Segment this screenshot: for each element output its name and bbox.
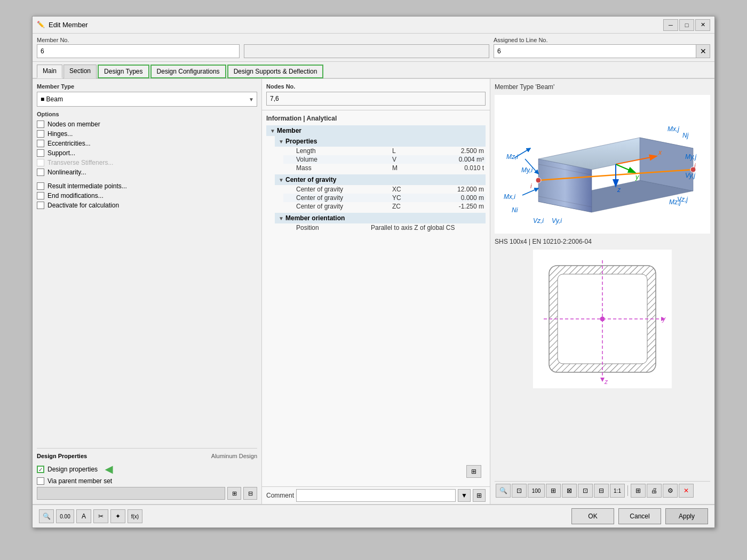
design-prop-button-1[interactable]: ⊞ xyxy=(227,487,241,500)
tree-row-yc: Center of gravity YC 0.000 m xyxy=(283,194,486,202)
nodes-input[interactable] xyxy=(266,92,486,106)
member-type-dropdown[interactable]: ■ Beam xyxy=(37,92,257,107)
svg-text:Nj: Nj xyxy=(682,132,689,139)
checkbox-hinges[interactable] xyxy=(37,130,44,138)
cancel-button[interactable]: Cancel xyxy=(618,508,661,524)
tab-design-configurations[interactable]: Design Configurations xyxy=(150,65,226,78)
tree-toggle-properties[interactable]: ▼ xyxy=(277,137,285,146)
assigned-input-group: ✕ xyxy=(494,44,710,58)
comment-action-button[interactable]: ⊞ xyxy=(473,489,486,502)
tools-text-button[interactable]: A xyxy=(76,509,91,523)
tools-cut-button[interactable]: ✂ xyxy=(93,509,108,523)
toolbar-view2-button[interactable]: ⊠ xyxy=(562,484,577,498)
svg-text:Vz,i: Vz,i xyxy=(533,217,544,225)
tree-volume-value: 0.004 m³ xyxy=(424,156,488,163)
svg-text:My,j: My,j xyxy=(685,153,696,161)
toolbar-zoom-button[interactable]: 🔍 xyxy=(496,484,511,498)
toolbar-sep xyxy=(627,485,628,496)
tabs-bar: Main Section Design Types Design Configu… xyxy=(33,62,714,79)
design-prop-value-input[interactable] xyxy=(37,487,225,500)
header-section: Member No. Assigned to Line No. ✕ xyxy=(33,34,714,62)
assigned-label: Assigned to Line No. xyxy=(494,37,710,43)
checkbox-support[interactable] xyxy=(37,149,44,157)
option-support[interactable]: Support... xyxy=(37,148,257,158)
toolbar-view1-button[interactable]: ⊞ xyxy=(546,484,561,498)
tree-zc-symbol: ZC xyxy=(392,203,424,210)
member-type-section: Member Type ■ Beam ▼ xyxy=(37,83,257,107)
option-end-modifications[interactable]: End modifications... xyxy=(37,191,257,201)
left-panel: Member Type ■ Beam ▼ Options Nodes on me… xyxy=(33,79,262,504)
assigned-input[interactable] xyxy=(494,44,696,58)
title-bar: ✏️ Edit Member ─ □ ✕ xyxy=(33,17,714,34)
tree-row-volume: Volume V 0.004 m³ xyxy=(283,155,486,164)
assigned-pick-button[interactable]: ✕ xyxy=(696,44,710,58)
middle-panel: Nodes No. Information | Analytical ▼ Mem… xyxy=(262,79,490,504)
tools-formula-button[interactable]: f(x) xyxy=(128,509,142,523)
design-properties-label: Design properties xyxy=(47,466,98,473)
minimize-button[interactable]: ─ xyxy=(663,19,678,31)
svg-text:Mz,j: Mz,j xyxy=(669,198,681,206)
close-button[interactable]: ✕ xyxy=(695,19,710,31)
toolbar-100-button[interactable]: 100 xyxy=(528,484,545,498)
tools-search-button[interactable]: 🔍 xyxy=(39,509,54,523)
comment-expand-button[interactable]: ▼ xyxy=(458,489,471,502)
main-window: ✏️ Edit Member ─ □ ✕ Member No. Assigned… xyxy=(32,16,715,528)
toolbar-highlight-button[interactable]: ✕ xyxy=(679,484,694,498)
tree-properties-children: Length L 2.500 m Volume V 0.004 m³ xyxy=(275,147,486,172)
option-hinges[interactable]: Hinges... xyxy=(37,129,257,139)
tree-mass-value: 0.010 t xyxy=(424,164,488,172)
tools-star-button[interactable]: ✦ xyxy=(110,509,125,523)
beam-diagram: x y z i j Mz,i Mx,i xyxy=(495,95,710,234)
checkbox-end-modifications[interactable] xyxy=(37,192,44,199)
checkbox-result-intermediate[interactable] xyxy=(37,182,44,190)
design-props-title: Design Properties xyxy=(37,453,87,459)
design-prop-button-2[interactable]: ⊟ xyxy=(243,487,257,500)
svg-text:Mx,j: Mx,j xyxy=(667,125,679,133)
member-type-dropdown-wrapper: ■ Beam ▼ xyxy=(37,92,257,107)
tree-xc-label: Center of gravity xyxy=(285,186,392,193)
tab-section[interactable]: Section xyxy=(63,65,97,78)
grid-view-button[interactable]: ⊞ xyxy=(466,465,481,478)
ok-button[interactable]: OK xyxy=(571,508,614,524)
member-no-input[interactable] xyxy=(37,44,240,58)
toolbar-print-button[interactable]: 🖨 xyxy=(647,484,662,498)
svg-point-37 xyxy=(600,317,605,321)
design-properties-item: ✓ Design properties ◀ xyxy=(37,463,257,475)
tree-toggle-cog[interactable]: ▼ xyxy=(277,175,285,184)
tree-properties: ▼ Properties xyxy=(275,136,486,147)
checkbox-nonlinearity[interactable] xyxy=(37,169,44,176)
maximize-button[interactable]: □ xyxy=(679,19,694,31)
nodes-label: Nodes No. xyxy=(266,83,486,90)
toolbar-grid-button[interactable]: ⊞ xyxy=(631,484,646,498)
option-nonlinearity[interactable]: Nonlinearity... xyxy=(37,167,257,177)
apply-button[interactable]: Apply xyxy=(665,508,708,524)
toolbar-scale-button[interactable]: 1:1 xyxy=(610,484,625,498)
option-nodes-on-member-label: Nodes on member xyxy=(47,121,100,128)
option-nodes-on-member[interactable]: Nodes on member xyxy=(37,119,257,129)
tab-main[interactable]: Main xyxy=(37,65,62,78)
checkbox-via-parent[interactable] xyxy=(37,477,44,485)
checkbox-design-properties[interactable]: ✓ xyxy=(37,466,44,473)
checkbox-deactivate[interactable] xyxy=(37,202,44,209)
toolbar-view4-button[interactable]: ⊟ xyxy=(594,484,609,498)
via-parent-label: Via parent member set xyxy=(47,477,112,485)
option-result-intermediate[interactable]: Result intermediate points... xyxy=(37,181,257,191)
tab-design-supports[interactable]: Design Supports & Deflection xyxy=(227,65,324,78)
tab-design-types[interactable]: Design Types xyxy=(98,65,149,78)
option-deactivate[interactable]: Deactivate for calculation xyxy=(37,201,257,210)
toolbar-frame-button[interactable]: ⊡ xyxy=(512,484,527,498)
toolbar-settings-button[interactable]: ⚙ xyxy=(663,484,678,498)
tools-value-button[interactable]: 0.00 xyxy=(56,509,74,523)
window-title: Edit Member xyxy=(49,21,663,29)
checkbox-eccentricities[interactable] xyxy=(37,140,44,147)
info-title: Information | Analytical xyxy=(266,115,486,122)
tree-toggle-member[interactable]: ▼ xyxy=(268,126,277,135)
toolbar-view3-button[interactable]: ⊡ xyxy=(578,484,593,498)
comment-input[interactable] xyxy=(296,489,456,502)
section-diagram: y z xyxy=(533,250,672,388)
option-eccentricities[interactable]: Eccentricities... xyxy=(37,139,257,148)
tree-position-label: Position xyxy=(285,224,349,231)
tree-toggle-orientation[interactable]: ▼ xyxy=(277,214,285,222)
option-support-label: Support... xyxy=(47,149,75,157)
checkbox-nodes-on-member[interactable] xyxy=(37,121,44,128)
